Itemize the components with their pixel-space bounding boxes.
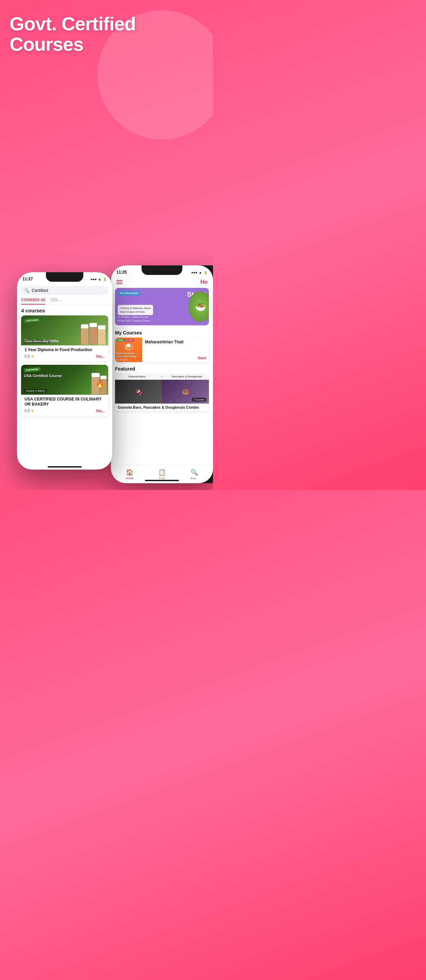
- course-2-rating-row: 5.0 ★ Sta...: [24, 409, 105, 413]
- combo-card[interactable]: Granola Bars + Pancakes & Doughnuts 🍫 🍩 …: [115, 374, 209, 411]
- veg-decoration: 🥗: [189, 291, 209, 322]
- course-2-title: USA CERTIFIED COURSE IN CULINARY OR BAKE…: [24, 397, 105, 407]
- nav-home-label: Home: [126, 477, 134, 480]
- home-title: Ho: [200, 279, 208, 285]
- nav-explore[interactable]: 🔍 Exp...: [191, 469, 198, 480]
- course-1-image: CERTIFIED One Year Diploma Government Ce…: [21, 315, 108, 345]
- phone-2-screen: 11:25 🌙 ●●● ▲ 🔋 Ho Pre-Recorded: [111, 266, 213, 483]
- phone-2: 11:25 🌙 ●●● ▲ 🔋 Ho Pre-Recorded: [111, 266, 213, 483]
- thali-emoji: 🍛: [116, 342, 141, 351]
- my-course-card[interactable]: FREE LIVE 🍛 Maharashtrian Thali Workshop…: [115, 337, 209, 362]
- combo-image: 🍫 🍩 2 Courses: [115, 380, 209, 404]
- home-indicator-1: [48, 466, 82, 468]
- combo-plus: +: [159, 374, 165, 379]
- course-1-title: 1 Year Diploma in Food Production: [24, 347, 105, 353]
- home-icon: 🏠: [126, 469, 134, 476]
- star-icon-2: ★: [31, 409, 34, 413]
- combo-tab-1: Granola Bars: [115, 374, 159, 379]
- status-icons-2: ●●● ▲ 🔋: [191, 270, 208, 274]
- phone-1-screen: 11:27 🌙 ●●● ▲ 🔋 🔍 Certified COURSES (4) …: [17, 272, 112, 469]
- course-img-overlay: Maharashtrian Thali Workshop: [116, 352, 141, 358]
- nav-post-label: Post: [159, 477, 165, 480]
- free-badge: FREE: [116, 339, 124, 342]
- phone-2-header: Ho: [111, 278, 213, 288]
- course-2-info: USA CERTIFIED COURSE IN CULINARY OR BAKE…: [21, 395, 108, 416]
- phones-container: 11:27 🌙 ●●● ▲ 🔋 🔍 Certified COURSES (4) …: [0, 133, 213, 490]
- banner-desc-box: Yummy & delicious street food recipes of…: [118, 305, 153, 315]
- live-dot: [126, 340, 127, 341]
- phone-1-time: 11:27: [22, 277, 33, 282]
- hero-title: Govt. Certified Courses: [10, 14, 136, 55]
- course-card-1[interactable]: CERTIFIED One Year Diploma Government Ce…: [21, 315, 108, 361]
- courses-badge: 2 Courses: [192, 398, 206, 401]
- search-text: Certified: [32, 288, 48, 293]
- my-course-image: FREE LIVE 🍛 Maharashtrian Thali Workshop…: [115, 337, 142, 362]
- post-icon: 📋: [158, 469, 166, 476]
- banner-sub-info: 20 Recipes | Lifetime Access Recipe PDF …: [118, 315, 150, 323]
- tabs-row: COURSES (4) COL...: [17, 298, 112, 305]
- my-course-start-btn[interactable]: Start: [198, 356, 206, 360]
- my-courses-title: My Courses: [111, 329, 213, 337]
- course-1-info: 1 Year Diploma in Food Production 5.0 ★ …: [21, 345, 108, 361]
- combo-tab-2: Pancakes & Doughnuts: [165, 374, 209, 379]
- start-btn-2[interactable]: Sta...: [96, 409, 105, 413]
- course-2-overlay-title: USA Certified Course: [24, 374, 62, 378]
- hero-section: Govt. Certified Courses: [10, 14, 136, 55]
- combo-header: Granola Bars + Pancakes & Doughnuts: [115, 374, 209, 380]
- culinary-label: Culinary or Bakery: [24, 389, 47, 393]
- phone-2-notch: [141, 266, 182, 275]
- granola-image: 🍫: [115, 380, 162, 404]
- nav-home[interactable]: 🏠 Home: [126, 469, 134, 480]
- status-icons: ●●● ▲ 🔋: [91, 277, 107, 281]
- course-2-image: 🔥 CERTIFIED USA Certified Course Culinar…: [21, 365, 108, 395]
- explore-icon: 🔍: [191, 469, 198, 476]
- recipes-count: 05+ Recipes: [116, 359, 141, 361]
- pre-recorded-badge: Pre-Recorded: [118, 291, 140, 296]
- phone-1: 11:27 🌙 ●●● ▲ 🔋 🔍 Certified COURSES (4) …: [17, 272, 112, 469]
- tab-collections[interactable]: COL...: [51, 298, 62, 305]
- combo-title: Granola Bars, Pancakes & Doughnuts Combo: [115, 404, 209, 411]
- my-course-name: Maharashtrian Thali: [145, 340, 206, 344]
- rating-left-1: 5.0 ★: [24, 354, 34, 359]
- my-course-info: Maharashtrian Thali Start: [142, 337, 209, 362]
- featured-title: Featured: [111, 365, 213, 374]
- nav-post[interactable]: 📋 Post: [158, 469, 166, 480]
- featured-banner[interactable]: Pre-Recorded Street 🥗 Yummy & delicious …: [115, 288, 209, 325]
- phone-1-notch: [46, 272, 83, 282]
- search-bar[interactable]: 🔍 Certified: [21, 286, 108, 295]
- courses-count: 4 courses: [17, 305, 112, 315]
- hamburger-menu[interactable]: [116, 280, 122, 284]
- star-icon-1: ★: [31, 354, 34, 359]
- phone-2-time: 11:25: [116, 270, 127, 275]
- rating-left-2: 5.0 ★: [24, 409, 34, 413]
- tab-courses[interactable]: COURSES (4): [21, 298, 45, 305]
- search-icon: 🔍: [24, 288, 30, 293]
- course-1-rating-row: 5.0 ★ Sta...: [24, 354, 105, 359]
- course-card-2[interactable]: 🔥 CERTIFIED USA Certified Course Culinar…: [21, 365, 108, 416]
- start-btn-1[interactable]: Sta...: [96, 354, 105, 358]
- ham-line-3: [116, 283, 122, 284]
- home-indicator-2: [145, 480, 179, 481]
- govt-certified-label: Government Certified: [24, 340, 50, 343]
- ham-line-2: [116, 282, 122, 282]
- nav-explore-label: Exp...: [191, 477, 198, 480]
- live-badge: LIVE: [124, 339, 134, 342]
- ham-line-1: [116, 280, 122, 281]
